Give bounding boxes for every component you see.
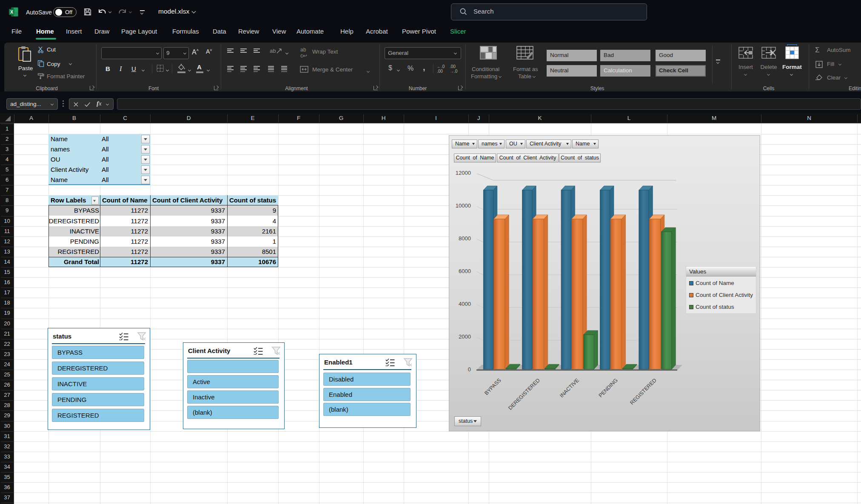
svg-text:X: X <box>10 9 13 14</box>
